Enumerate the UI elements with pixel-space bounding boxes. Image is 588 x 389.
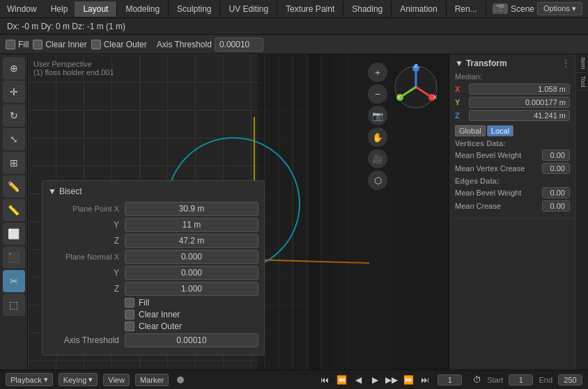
extrude-tool[interactable]: ⬛ bbox=[3, 246, 25, 269]
measure-tool[interactable]: 📏 bbox=[3, 199, 25, 221]
tab-texture-paint[interactable]: Texture Paint bbox=[277, 1, 343, 17]
jump-start-button[interactable]: ⏮ bbox=[318, 373, 332, 387]
viewport-gizmo[interactable]: Z X Y bbox=[392, 63, 440, 111]
perspective-label: User Perspective bbox=[33, 60, 114, 68]
viewport[interactable]: User Perspective (1) floss holder end.00… bbox=[28, 54, 449, 370]
bisect-tool[interactable]: ✂ bbox=[3, 270, 25, 292]
plane-point-z-value[interactable]: 47.2 m bbox=[125, 234, 258, 248]
tab-item[interactable]: Item bbox=[576, 54, 588, 73]
zoom-in-button[interactable]: + bbox=[368, 63, 387, 82]
bisect-fill-checkbox[interactable] bbox=[125, 298, 134, 308]
fill-label: Fill bbox=[18, 40, 29, 49]
plane-normal-y-row: Y 0.000 bbox=[48, 266, 258, 280]
tab-shading[interactable]: Shading bbox=[343, 1, 392, 17]
playback-dropdown[interactable]: Playback ▾ bbox=[6, 373, 53, 386]
options-button[interactable]: Options ▾ bbox=[537, 2, 582, 15]
tab-tool[interactable]: Tool bbox=[576, 73, 588, 91]
tab-uv-editing[interactable]: UV Editing bbox=[220, 1, 277, 17]
svg-text:X: X bbox=[433, 94, 438, 100]
axis-threshold-label: Axis Threshold bbox=[157, 40, 212, 49]
frame-indicator-dot bbox=[177, 376, 184, 383]
mean-bevel-weight-vertices-value[interactable]: 0.00 bbox=[542, 150, 570, 161]
plane-normal-y-value[interactable]: 0.000 bbox=[125, 266, 258, 280]
clear-outer-row: Clear Outer bbox=[48, 321, 258, 331]
bisect-clear-outer-checkbox[interactable] bbox=[125, 321, 134, 331]
keying-dropdown[interactable]: Keying ▾ bbox=[59, 373, 98, 386]
right-panel-content: ▼ Transform ⋮ Median: X 1.058 m Y 0.0001… bbox=[449, 54, 575, 370]
bisect-threshold-value[interactable]: 0.00010 bbox=[125, 333, 258, 347]
plane-point-y-value[interactable]: 11 m bbox=[125, 218, 258, 232]
transform-tool[interactable]: ⊞ bbox=[3, 152, 25, 174]
clear-inner-label: Clear Inner bbox=[45, 40, 86, 49]
gizmo-svg: Z X Y bbox=[392, 63, 440, 111]
tab-sculpting[interactable]: Sculpting bbox=[169, 1, 220, 17]
jump-end-button[interactable]: ⏭ bbox=[418, 373, 432, 387]
plane-normal-z-value[interactable]: 1.000 bbox=[125, 282, 258, 296]
z-coord-row: Z 41.241 m bbox=[455, 110, 570, 121]
mean-bevel-weight-vertices-row: Mean Bevel Weight 0.00 bbox=[455, 150, 570, 161]
menu-help[interactable]: Help bbox=[44, 1, 75, 17]
marker-dropdown[interactable]: Marker bbox=[135, 374, 169, 386]
ortho-button[interactable]: ⬡ bbox=[368, 170, 387, 190]
current-frame-field[interactable]: 1 bbox=[438, 374, 462, 386]
scene-name[interactable]: Scene bbox=[511, 4, 534, 14]
marker-label: Marker bbox=[140, 376, 164, 384]
y-coord-value[interactable]: 0.000177 m bbox=[469, 97, 570, 108]
end-frame-field[interactable]: 250 bbox=[558, 374, 582, 386]
transform-section: ▼ Transform ⋮ Median: X 1.058 m Y 0.0001… bbox=[449, 54, 575, 219]
plane-normal-x-value[interactable]: 0.000 bbox=[125, 250, 258, 264]
panel-menu-icon[interactable]: ⋮ bbox=[562, 58, 570, 68]
mean-vertex-crease-row: Mean Vertex Crease 0.00 bbox=[455, 163, 570, 174]
global-button[interactable]: Global bbox=[455, 125, 486, 136]
object-tool[interactable]: ⬜ bbox=[3, 223, 25, 245]
vertices-data-label: Vertices Data: bbox=[455, 139, 570, 148]
x-coord-value[interactable]: 1.058 m bbox=[469, 84, 570, 95]
z-axis-label: Z bbox=[455, 111, 469, 120]
view-label: View bbox=[108, 376, 125, 384]
bisect-clear-inner-checkbox[interactable] bbox=[125, 310, 134, 319]
step-back-button[interactable]: ◀ bbox=[351, 373, 365, 387]
mean-crease-row: Mean Crease 0.00 bbox=[455, 200, 570, 212]
axis-threshold-row: Axis Threshold 0.00010 bbox=[48, 333, 258, 347]
scale-tool[interactable]: ⤡ bbox=[3, 128, 25, 150]
clear-inner-checkbox[interactable] bbox=[33, 40, 42, 49]
fill-checkbox[interactable] bbox=[6, 40, 15, 49]
top-menu-bar: Window Help Layout Modeling Sculpting UV… bbox=[0, 0, 588, 18]
view-dropdown[interactable]: View bbox=[103, 374, 130, 386]
mean-crease-value[interactable]: 0.00 bbox=[542, 200, 570, 212]
loop-tool[interactable]: ⬚ bbox=[3, 294, 25, 316]
rotate-tool[interactable]: ↻ bbox=[3, 104, 25, 127]
tab-layout[interactable]: Layout bbox=[75, 1, 117, 17]
y-axis-label: Y bbox=[455, 98, 469, 106]
step-forward-button[interactable]: ▶▶ bbox=[385, 373, 399, 387]
tab-animation[interactable]: Animation bbox=[392, 1, 446, 17]
tab-rendering[interactable]: Ren... bbox=[447, 1, 486, 17]
cursor-tool[interactable]: ⊕ bbox=[3, 57, 25, 79]
camera-button[interactable]: 📷 bbox=[368, 106, 387, 125]
plane-normal-y-label: Y bbox=[48, 268, 125, 278]
move-tool[interactable]: ✛ bbox=[3, 81, 25, 103]
navigation-buttons: + − 📷 ✋ 🎥 ⬡ bbox=[368, 63, 387, 190]
mean-vertex-crease-value[interactable]: 0.00 bbox=[542, 163, 570, 174]
plane-point-x-value[interactable]: 30.9 m bbox=[125, 202, 258, 216]
zoom-out-button[interactable]: − bbox=[368, 84, 387, 104]
next-keyframe-button[interactable]: ⏩ bbox=[401, 373, 415, 387]
axis-threshold-input[interactable] bbox=[215, 38, 263, 51]
perspective-button[interactable]: 🎥 bbox=[368, 149, 387, 168]
bisect-header[interactable]: ▼ Bisect bbox=[48, 186, 258, 196]
start-frame-field[interactable]: 1 bbox=[509, 374, 533, 386]
mean-bevel-weight-edges-value[interactable]: 0.00 bbox=[542, 187, 570, 198]
z-coord-value[interactable]: 41.241 m bbox=[469, 110, 570, 121]
play-button[interactable]: ▶ bbox=[368, 373, 382, 387]
mean-bevel-weight-edges-row: Mean Bevel Weight 0.00 bbox=[455, 187, 570, 198]
prev-keyframe-button[interactable]: ⏪ bbox=[334, 373, 348, 387]
bisect-panel: ▼ Bisect Plane Point X 30.9 m Y 11 m Z 4… bbox=[42, 180, 265, 356]
tab-modeling[interactable]: Modeling bbox=[117, 1, 169, 17]
fill-checkbox-row: Fill bbox=[48, 298, 258, 308]
local-button[interactable]: Local bbox=[487, 125, 513, 136]
mean-crease-label: Mean Crease bbox=[455, 202, 501, 210]
menu-window[interactable]: Window bbox=[0, 1, 44, 17]
clear-outer-checkbox[interactable] bbox=[91, 40, 101, 49]
grab-button[interactable]: ✋ bbox=[368, 127, 387, 147]
annotate-tool[interactable]: ✏️ bbox=[3, 175, 25, 198]
